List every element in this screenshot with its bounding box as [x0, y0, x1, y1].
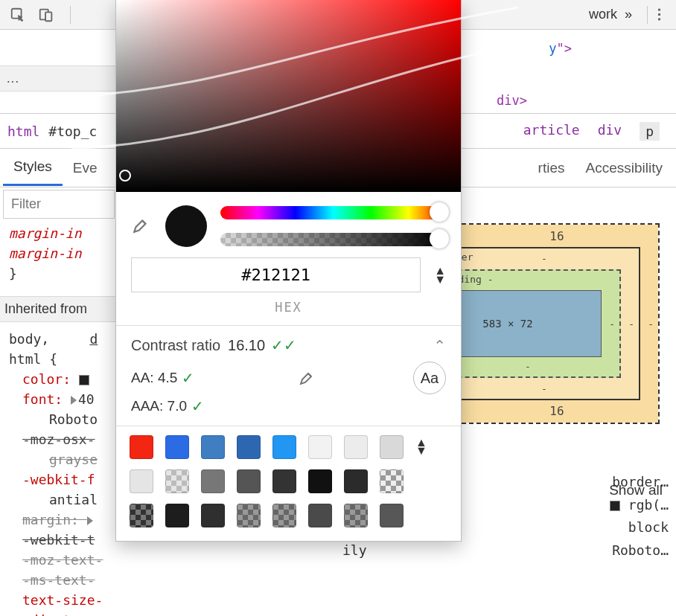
palette-swatch[interactable]	[272, 504, 296, 527]
breadcrumb-top[interactable]: #top_c	[48, 123, 97, 139]
tab-network-partial[interactable]: work	[589, 7, 617, 22]
tab-accessibility[interactable]: Accessibility	[575, 151, 673, 185]
palette-swatch[interactable]	[165, 504, 189, 527]
palette-swatch[interactable]	[308, 435, 332, 459]
palette-swatch[interactable]	[308, 504, 332, 527]
palette-swatch[interactable]	[237, 469, 261, 493]
styles-filter	[3, 190, 115, 219]
palette-stepper[interactable]: ▲▼	[415, 438, 447, 455]
contrast-ratio-label: Contrast ratio	[131, 337, 220, 354]
css-prop-webkit-text[interactable]: -webkit-t	[9, 530, 121, 550]
css-prop-margin-inline[interactable]: margin-in	[9, 246, 82, 261]
contrast-curve-icon	[71, 0, 518, 193]
aa-label: AA: 4.5	[131, 370, 177, 386]
contrast-section: Contrast ratio 16.10 ✓✓ ⌄ AA: 4.5 ✓ Aa A…	[116, 325, 461, 426]
dom-collapsed-ellipsis[interactable]: …	[0, 65, 115, 92]
chevron-up-icon[interactable]: ⌄	[433, 336, 446, 354]
format-stepper[interactable]: ▲▼	[434, 266, 446, 283]
hue-slider[interactable]	[220, 206, 446, 219]
tab-properties-partial[interactable]: rties	[528, 151, 575, 185]
palette-swatch[interactable]	[165, 435, 189, 459]
background-eyedropper-button[interactable]	[298, 369, 316, 387]
border-right-dash: -	[628, 318, 634, 330]
css-prop-ms-text[interactable]: -ms-text-	[9, 570, 121, 590]
palette-swatch[interactable]	[380, 469, 404, 493]
css-value-font-family[interactable]: Roboto	[9, 409, 121, 429]
palette-swatch[interactable]	[130, 469, 153, 493]
border-top-dash: -	[541, 253, 547, 264]
breadcrumb-article[interactable]: article	[523, 122, 580, 141]
css-prop-text-size-adjust[interactable]: text-size-adjust: 100%;	[22, 592, 103, 616]
css-close-brace: }	[9, 263, 121, 283]
palette-swatch[interactable]	[201, 435, 225, 459]
palette-swatch[interactable]	[237, 504, 261, 527]
css-selector-body[interactable]: body,	[9, 331, 49, 347]
current-color-swatch	[165, 205, 207, 247]
palette-swatch[interactable]	[201, 469, 225, 493]
palette-swatch[interactable]	[165, 469, 189, 493]
palette-swatch[interactable]	[380, 504, 404, 527]
alpha-slider[interactable]	[220, 233, 446, 246]
styles-rule-block: margin-in margin-in }	[9, 223, 121, 283]
hue-thumb[interactable]	[430, 202, 449, 222]
device-toolbar-toggle[interactable]	[34, 3, 58, 27]
color-swatch-icon[interactable]	[79, 375, 89, 385]
expand-triangle-icon[interactable]	[71, 396, 77, 405]
color-swatch-icon[interactable]	[610, 501, 620, 511]
palette-swatch[interactable]	[272, 435, 296, 459]
css-prop-moz-text[interactable]: -moz-text-	[9, 550, 121, 570]
breadcrumb-p-selected[interactable]: p	[640, 122, 660, 141]
css-prop-color[interactable]: color:	[22, 371, 71, 387]
settings-kebab-icon[interactable]: …	[654, 7, 672, 22]
saturation-value-panel[interactable]	[116, 0, 461, 192]
check-icon: ✓	[182, 369, 194, 387]
palette-swatch[interactable]	[130, 504, 153, 527]
margin-right-dash: -	[648, 318, 654, 330]
filter-input[interactable]	[3, 190, 115, 219]
dom-body-tag-partial[interactable]: y">	[549, 41, 572, 56]
css-prop-moz-osx[interactable]: -moz-osx-	[9, 429, 121, 449]
toolbar-separator	[647, 6, 648, 24]
css-source-link[interactable]: d	[89, 331, 98, 347]
more-tabs-button[interactable]: »	[625, 7, 632, 22]
breadcrumb-html[interactable]: html	[7, 123, 39, 139]
hex-input[interactable]	[131, 257, 421, 292]
css-prop-font[interactable]: font:	[22, 391, 63, 407]
margin-bottom-value: 16	[549, 404, 564, 418]
expand-triangle-icon[interactable]	[87, 516, 93, 525]
tab-event-listeners-partial[interactable]: Eve	[63, 151, 108, 185]
computed-row: ilyRoboto…	[342, 539, 669, 562]
palette-swatch[interactable]	[237, 435, 261, 459]
padding-right-dash: -	[609, 318, 615, 330]
css-prop-margin-inline[interactable]: margin-in	[9, 225, 82, 241]
palette-swatch[interactable]	[201, 504, 225, 527]
color-format-label: HEX	[116, 295, 461, 325]
breadcrumb-div[interactable]: div	[598, 122, 622, 141]
alpha-thumb[interactable]	[430, 229, 449, 248]
text-sample-button[interactable]: Aa	[413, 362, 446, 394]
palette-swatch[interactable]	[344, 469, 368, 493]
palette-swatch[interactable]	[344, 435, 368, 459]
css-selector-html[interactable]: html {	[9, 351, 57, 367]
dom-div-tag-partial[interactable]: div>	[497, 93, 527, 108]
toolbar-separator	[70, 6, 71, 24]
palette-swatch[interactable]	[272, 469, 296, 493]
inherited-header: Inherited from	[0, 296, 115, 322]
css-value-grayscale[interactable]: grayse	[9, 449, 121, 469]
css-prop-margin[interactable]: margin:	[22, 512, 79, 527]
box-model-diagram[interactable]: 16 16 - der - - - padding - - - 583 × 72	[454, 223, 660, 424]
palette-swatch[interactable]	[344, 504, 368, 527]
tab-styles[interactable]: Styles	[3, 150, 63, 186]
color-picker-popover: ▲▼ HEX Contrast ratio 16.10 ✓✓ ⌄ AA: 4.5…	[115, 0, 462, 542]
palette-swatch[interactable]	[380, 435, 404, 459]
check-icon: ✓	[191, 397, 204, 415]
padding-bottom-dash: -	[525, 361, 531, 372]
palette-swatch[interactable]	[130, 435, 153, 459]
css-value-antialiased[interactable]: antial	[9, 490, 121, 510]
sv-selection-handle[interactable]	[119, 170, 131, 182]
inspect-element-toggle[interactable]	[6, 3, 30, 27]
css-prop-webkit-font[interactable]: -webkit-f	[22, 472, 95, 487]
palette-swatch[interactable]	[308, 469, 332, 493]
eyedropper-button[interactable]	[131, 216, 152, 237]
double-check-icon: ✓✓	[271, 336, 296, 354]
